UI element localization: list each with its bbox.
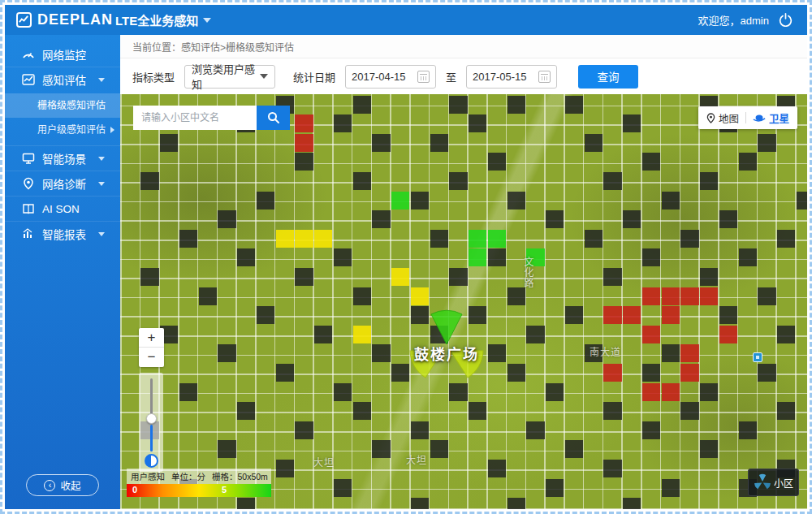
diagnose-pin-icon xyxy=(21,177,35,191)
power-icon[interactable] xyxy=(779,13,793,27)
contrast-icon xyxy=(145,454,158,468)
date-from-value: 2017-04-15 xyxy=(352,71,406,83)
grid-cell xyxy=(565,96,583,114)
grid-cell xyxy=(508,96,525,114)
app-frame: DEEPLAN LTE全业务感知 欢迎您，admin 网络监控 xyxy=(0,0,812,514)
slider-handle[interactable] xyxy=(146,413,157,424)
grid-cell xyxy=(777,230,795,248)
sidebar-item-network-diagnosis[interactable]: 网络诊断 xyxy=(5,171,120,196)
search-input[interactable] xyxy=(133,106,257,130)
grid-cell xyxy=(739,248,757,266)
grid-cell xyxy=(276,460,294,477)
bar-chart-icon xyxy=(21,227,35,241)
slider-track-lower[interactable] xyxy=(150,425,153,451)
grid-cell xyxy=(623,306,641,324)
map-search xyxy=(133,106,290,130)
grid-cell xyxy=(662,287,680,305)
grid-cell xyxy=(603,268,621,286)
sidebar-item-network-monitor[interactable]: 网络监控 xyxy=(5,41,120,67)
zoom-out-button[interactable]: − xyxy=(139,348,164,367)
grid-cell xyxy=(565,440,583,458)
indicator-type-value: 浏览类用户感知 xyxy=(192,61,260,92)
grid-cell xyxy=(662,383,680,401)
grid-cell xyxy=(469,402,486,420)
date-from-input[interactable]: 2017-04-15 xyxy=(345,65,436,89)
sidebar-item-perception-eval[interactable]: 感知评估 xyxy=(5,67,120,92)
query-button[interactable]: 查询 xyxy=(578,65,638,89)
road-label: 大坦 xyxy=(313,455,335,469)
toggle-map-mode[interactable]: 地图 xyxy=(706,110,739,126)
sidebar-item-smart-scene[interactable]: 智能场景 xyxy=(5,145,120,171)
grid-cell xyxy=(603,460,621,477)
filter-bar: 指标类型 浏览类用户感知 统计日期 2017-04-15 至 2017-05-1… xyxy=(120,58,807,94)
sidebar-item-smart-report[interactable]: 智能报表 xyxy=(5,221,120,246)
grid-cell xyxy=(623,498,641,509)
grid-cell xyxy=(488,460,506,477)
grid-cell xyxy=(411,421,429,439)
calendar-icon xyxy=(417,71,430,83)
grid-cell xyxy=(623,114,641,132)
legend-title: 用户感知 xyxy=(131,470,165,482)
grid-cell xyxy=(295,134,313,152)
sidebar: 网络监控 感知评估 栅格级感知评估 用户级感知评估 智能场景 xyxy=(5,35,120,509)
grid-cell xyxy=(276,230,294,248)
indicator-type-label: 指标类型 xyxy=(132,69,175,84)
sidebar-item-grid-level-eval[interactable]: 栅格级感知评估 xyxy=(5,93,120,118)
grid-cell xyxy=(449,96,467,114)
toggle-satellite-mode[interactable]: 卫星 xyxy=(753,110,789,126)
sidebar-item-ai-son[interactable]: AI SON xyxy=(5,196,120,221)
date-to-input[interactable]: 2017-05-15 xyxy=(466,65,557,89)
monitor-icon xyxy=(21,152,35,166)
grid-cell xyxy=(353,326,371,343)
grid-cell xyxy=(680,287,698,305)
grid-cell xyxy=(642,364,660,382)
grid-cell xyxy=(546,479,564,497)
grid-cell xyxy=(700,268,718,286)
grid-cell xyxy=(295,153,313,171)
grid-cell xyxy=(430,134,448,152)
grid-cell xyxy=(565,306,583,324)
indicator-type-select[interactable]: 浏览类用户感知 xyxy=(184,65,275,89)
slider-track-upper[interactable] xyxy=(150,378,153,416)
poi-marker-icon[interactable] xyxy=(753,352,762,362)
map-canvas[interactable]: 文化路南大道大坦大坦 鼓楼广场 xyxy=(120,94,807,509)
cell-layer-button[interactable]: 小区 xyxy=(748,469,799,496)
grid-cell xyxy=(680,364,698,382)
grid-cell xyxy=(603,172,621,190)
chevron-down-icon xyxy=(203,18,211,23)
zoom-in-button[interactable]: + xyxy=(139,328,164,348)
top-header: DEEPLAN LTE全业务感知 欢迎您，admin xyxy=(5,5,807,35)
grid-cell xyxy=(199,287,217,305)
grid-cell xyxy=(585,230,603,248)
app-title-menu[interactable]: LTE全业务感知 xyxy=(115,11,211,28)
grid-cell xyxy=(218,344,235,362)
grid-cell xyxy=(179,230,197,248)
grid-cell xyxy=(449,172,467,190)
collapse-sidebar-button[interactable]: ‹ 收起 xyxy=(26,474,99,496)
grid-cell xyxy=(372,440,390,458)
search-icon xyxy=(267,111,280,124)
cell-button-label: 小区 xyxy=(774,476,793,490)
sidebar-item-label: 网络监控 xyxy=(42,46,86,63)
book-icon xyxy=(21,202,35,216)
grid-cell xyxy=(237,402,255,420)
collapse-label: 收起 xyxy=(60,477,80,493)
grid-cell xyxy=(739,153,757,171)
perception-eval-submenu: 栅格级感知评估 用户级感知评估 xyxy=(5,92,120,145)
grid-cell xyxy=(603,402,621,420)
grid-cell xyxy=(642,326,660,343)
grid-cell xyxy=(314,326,332,343)
grid-cell xyxy=(662,479,680,497)
date-to-value: 2017-05-15 xyxy=(473,71,527,83)
sidebar-item-user-level-eval[interactable]: 用户级感知评估 xyxy=(5,118,120,142)
grid-cell xyxy=(353,402,371,420)
calendar-icon xyxy=(538,71,551,83)
grid-cell xyxy=(237,248,255,266)
map-type-toggle: 地图 卫星 xyxy=(698,106,797,129)
grid-cell xyxy=(508,364,525,382)
grid-cell xyxy=(295,421,313,439)
grid-cell xyxy=(603,364,621,382)
grid-cell xyxy=(295,268,313,286)
grid-cell xyxy=(295,230,313,248)
search-button[interactable] xyxy=(257,106,290,130)
